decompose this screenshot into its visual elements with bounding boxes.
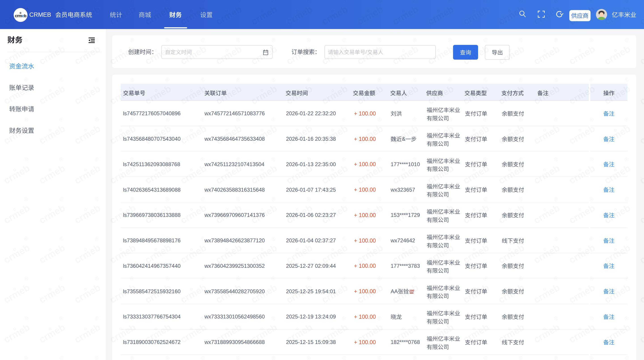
svg-text:100: 100 [409, 289, 414, 292]
svg-text:crmeb: crmeb [15, 13, 26, 18]
